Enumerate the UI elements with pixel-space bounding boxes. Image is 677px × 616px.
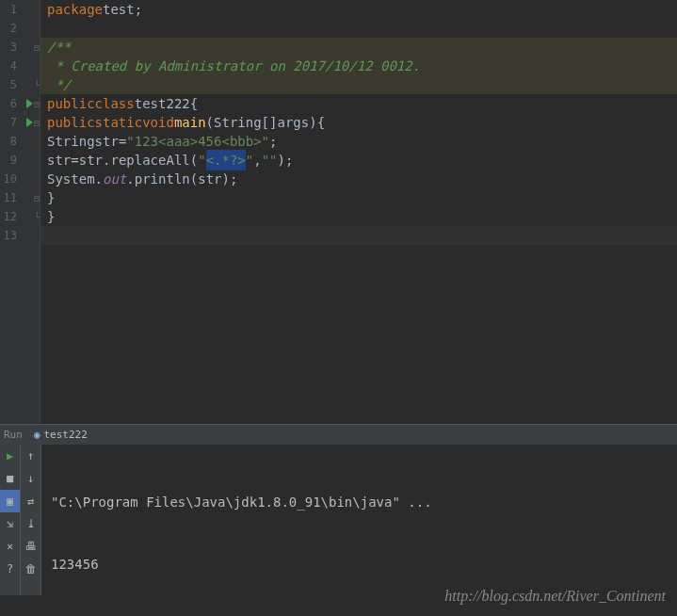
line-num: 8 bbox=[0, 135, 19, 148]
class-name: test222 bbox=[135, 94, 190, 113]
line-num: 5 bbox=[0, 78, 19, 91]
field-out: out bbox=[103, 170, 126, 188]
editor-area: 1 2 3⊟ 4 5└ 6⊟ 7⊟ 8 9 10 11⊟ 12└ 13 pack… bbox=[0, 0, 677, 424]
print-button[interactable]: 🖶 bbox=[21, 535, 40, 558]
method-main: main bbox=[174, 113, 206, 132]
run-config-name: test222 bbox=[44, 429, 88, 441]
kw-public: public bbox=[47, 94, 95, 113]
run-main-icon[interactable] bbox=[26, 118, 33, 127]
console-area: ▶ ■ ▣ ⇲ ✕ ? ↑ ↓ ⇄ ⤓ 🖶 🗑 "C:\Program File… bbox=[0, 445, 677, 595]
string-literal: "123<aaa>456<bbb>" bbox=[126, 132, 269, 151]
soft-wrap-button[interactable]: ⇄ bbox=[21, 490, 40, 512]
line-num: 7 bbox=[0, 116, 19, 129]
help-button[interactable]: ? bbox=[0, 558, 20, 580]
run-config-tab[interactable]: ◉ test222 bbox=[28, 427, 93, 443]
doc-text: * Created by Administrator on 2017/10/12… bbox=[47, 57, 420, 75]
console-stdout: 123456 bbox=[51, 554, 668, 575]
line-num: 3 bbox=[0, 41, 19, 54]
brace-close: } bbox=[47, 207, 55, 226]
watermark-text: http://blog.csdn.net/River_Continent bbox=[444, 588, 666, 605]
up-button[interactable]: ↑ bbox=[21, 445, 40, 467]
semicolon: ; bbox=[135, 0, 142, 19]
line-num: 9 bbox=[0, 154, 19, 167]
line-num: 13 bbox=[0, 229, 19, 242]
rerun-button[interactable]: ▶ bbox=[0, 445, 20, 467]
type-string: String bbox=[47, 132, 95, 151]
pin-button[interactable]: ⇲ bbox=[0, 512, 20, 535]
code-editor[interactable]: package test; /** * Created by Administr… bbox=[40, 0, 677, 424]
layout-button[interactable]: ▣ bbox=[0, 490, 20, 512]
line-num: 4 bbox=[0, 59, 19, 73]
doc-open: /** bbox=[47, 38, 71, 57]
line-num: 12 bbox=[0, 210, 19, 223]
run-class-icon[interactable] bbox=[26, 99, 33, 108]
line-num: 1 bbox=[0, 3, 19, 16]
kw-void: void bbox=[142, 113, 174, 132]
pkg-name: test bbox=[103, 0, 135, 19]
clear-button[interactable]: 🗑 bbox=[21, 558, 40, 580]
brace-close: } bbox=[47, 188, 55, 207]
down-button[interactable]: ↓ bbox=[21, 467, 40, 490]
line-num: 2 bbox=[0, 22, 19, 35]
kw-package: package bbox=[47, 0, 103, 19]
regex-selection: <.*?> bbox=[206, 150, 246, 170]
run-toolbar-inner: ↑ ↓ ⇄ ⤓ 🖶 🗑 bbox=[21, 445, 41, 595]
kw-class: class bbox=[95, 94, 135, 113]
method-replaceall: replaceAll bbox=[110, 151, 189, 170]
run-toolwindow-header: Run ◉ test222 bbox=[0, 424, 677, 445]
brace: { bbox=[190, 94, 198, 113]
gutter: 1 2 3⊟ 4 5└ 6⊟ 7⊟ 8 9 10 11⊟ 12└ 13 bbox=[0, 0, 40, 424]
kw-public: public bbox=[47, 113, 95, 132]
console-output[interactable]: "C:\Program Files\Java\jdk1.8.0_91\bin\j… bbox=[41, 445, 677, 595]
line-num: 11 bbox=[0, 191, 19, 204]
stop-button[interactable]: ■ bbox=[0, 467, 20, 490]
line-num: 10 bbox=[0, 172, 19, 186]
line-num: 6 bbox=[0, 97, 19, 110]
run-label: Run bbox=[4, 429, 28, 441]
kw-static: static bbox=[95, 113, 143, 132]
close-button[interactable]: ✕ bbox=[0, 535, 20, 558]
java-class-icon: ◉ bbox=[34, 429, 40, 441]
doc-close: */ bbox=[47, 75, 71, 94]
run-toolbar-left: ▶ ■ ▣ ⇲ ✕ ? bbox=[0, 445, 21, 595]
console-cmd-line: "C:\Program Files\Java\jdk1.8.0_91\bin\j… bbox=[51, 492, 668, 512]
scroll-to-end-button[interactable]: ⤓ bbox=[21, 512, 40, 535]
